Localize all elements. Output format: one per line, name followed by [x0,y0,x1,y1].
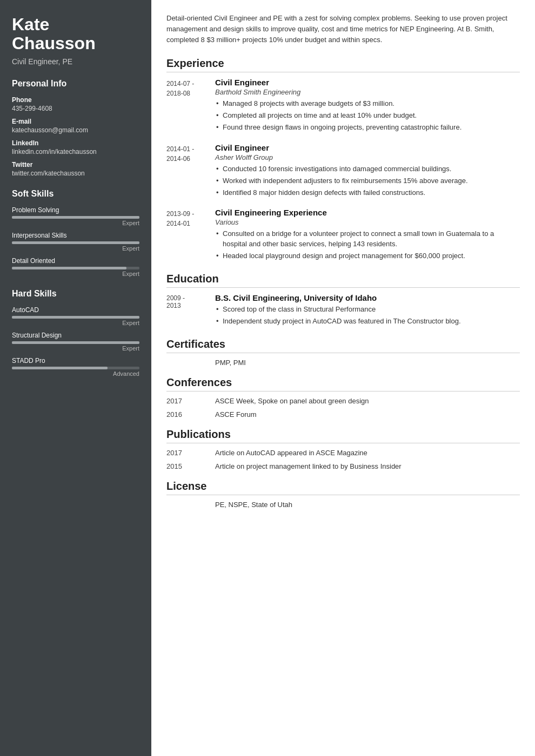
personal-info-heading: Personal Info [12,79,139,89]
pub-value: Article on project management linked to … [215,462,520,470]
experience-section: Experience 2014-07 - 2018-08Civil Engine… [166,57,520,263]
skill-bar-fill [12,341,139,344]
experience-list: 2014-07 - 2018-08Civil EngineerBarthold … [166,78,520,263]
edu-content: B.S. Civil Engineering, University of Id… [215,293,520,328]
conf-date: 2016 [166,410,215,418]
candidate-name: KateChausson [12,15,139,53]
edu-bullets: Scored top of the class in Structural Pe… [215,305,520,327]
edu-bullet: Scored top of the class in Structural Pe… [215,305,520,315]
skill-level: Advanced [12,370,139,377]
exp-bullet: Managed 8 projects with average budgets … [215,99,520,109]
soft-skill-item: Detail OrientedExpert [12,257,139,277]
license-section: License PE, NSPE, State of Utah [166,480,520,509]
conf-value: ASCE Week, Spoke on panel about green de… [215,397,520,405]
experience-entry: 2013-09 - 2014-01Civil Engineering Exper… [166,208,520,263]
education-list: 2009 - 2013B.S. Civil Engineering, Unive… [166,293,520,328]
skill-name: Problem Solving [12,206,139,214]
certificate-entry: PMP, PMI [166,359,520,367]
exp-date: 2014-01 - 2014-06 [166,143,215,200]
email-label: E-mail [12,118,139,125]
skill-level: Expert [12,271,139,277]
exp-bullet: Found three design flaws in ongoing proj… [215,123,520,133]
conferences-section: Conferences 2017ASCE Week, Spoke on pane… [166,376,520,418]
license-heading: License [166,480,520,495]
skill-level: Expert [12,245,139,252]
exp-bullet: Consulted on a bridge for a volunteer pr… [215,229,520,249]
exp-company: Asher Wolff Group [215,153,520,161]
skill-name: STADD Pro [12,357,139,364]
publications-section: Publications 2017Article on AutoCAD appe… [166,428,520,470]
hard-skills-heading: Hard Skills [12,289,139,299]
sidebar: KateChausson Civil Engineer, PE Personal… [0,0,151,756]
exp-job-title: Civil Engineering Experience [215,208,520,217]
experience-entry: 2014-01 - 2014-06Civil EngineerAsher Wol… [166,143,520,200]
skill-bar-bg [12,216,139,219]
skill-bar-bg [12,367,139,369]
hard-skills-list: AutoCADExpertStructural DesignExpertSTAD… [12,306,139,377]
hard-skill-item: AutoCADExpert [12,306,139,326]
certificates-section: Certificates PMP, PMI [166,338,520,367]
conferences-heading: Conferences [166,376,520,392]
certificates-list: PMP, PMI [166,359,520,367]
cert-date [166,359,215,367]
skill-name: Detail Oriented [12,257,139,265]
phone-value: 435-299-4608 [12,105,139,112]
skill-level: Expert [12,345,139,352]
pub-date: 2015 [166,462,215,470]
exp-bullet: Identified 8 major hidden design defects… [215,188,520,198]
soft-skill-item: Problem SolvingExpert [12,206,139,226]
skill-bar-fill [12,267,126,269]
linkedin-value: linkedin.com/in/katechausson [12,148,139,156]
skill-bar-bg [12,316,139,319]
soft-skill-item: Interpersonal SkillsExpert [12,232,139,252]
certificates-heading: Certificates [166,338,520,353]
soft-skills-heading: Soft Skills [12,189,139,199]
exp-date: 2014-07 - 2018-08 [166,78,215,134]
skill-level: Expert [12,220,139,226]
license-entry: PE, NSPE, State of Utah [166,501,520,509]
lic-date [166,501,215,509]
conference-entry: 2016ASCE Forum [166,410,520,418]
skill-bar-bg [12,267,139,269]
hard-skill-item: Structural DesignExpert [12,332,139,352]
pub-value: Article on AutoCAD appeared in ASCE Maga… [215,449,520,457]
lic-value: PE, NSPE, State of Utah [215,501,292,509]
exp-content: Civil EngineerBarthold Smith Engineering… [215,78,520,134]
exp-bullet: Completed all projects on time and at le… [215,111,520,121]
twitter-label: Twitter [12,161,139,168]
license-list: PE, NSPE, State of Utah [166,501,520,509]
skill-bar-bg [12,341,139,344]
skill-bar-fill [12,241,139,244]
summary-text: Detail-oriented Civil Engineer and PE wi… [166,13,520,48]
pub-date: 2017 [166,449,215,457]
exp-job-title: Civil Engineer [215,78,520,87]
skill-level: Expert [12,320,139,326]
exp-bullets: Consulted on a bridge for a volunteer pr… [215,229,520,261]
skill-name: Structural Design [12,332,139,339]
linkedin-label: LinkedIn [12,139,139,147]
edu-date: 2009 - 2013 [166,293,215,328]
hard-skill-item: STADD ProAdvanced [12,357,139,377]
exp-bullet: Worked with independent adjusters to fix… [215,176,520,186]
experience-entry: 2014-07 - 2018-08Civil EngineerBarthold … [166,78,520,134]
exp-content: Civil Engineering ExperienceVariousConsu… [215,208,520,263]
publication-entry: 2015Article on project management linked… [166,462,520,470]
conf-date: 2017 [166,397,215,405]
exp-bullet: Conducted 10 forensic investigations int… [215,164,520,174]
skill-name: AutoCAD [12,306,139,314]
experience-heading: Experience [166,57,520,72]
skill-bar-fill [12,216,139,219]
cert-value: PMP, PMI [215,359,246,367]
exp-bullets: Managed 8 projects with average budgets … [215,99,520,133]
publication-entry: 2017Article on AutoCAD appeared in ASCE … [166,449,520,457]
exp-bullet: Headed local playground design and proje… [215,251,520,261]
exp-company: Various [215,218,520,226]
phone-label: Phone [12,96,139,104]
edu-degree: B.S. Civil Engineering, University of Id… [215,293,520,302]
publications-list: 2017Article on AutoCAD appeared in ASCE … [166,449,520,470]
education-heading: Education [166,273,520,288]
candidate-title: Civil Engineer, PE [12,57,139,66]
education-entry: 2009 - 2013B.S. Civil Engineering, Unive… [166,293,520,328]
exp-bullets: Conducted 10 forensic investigations int… [215,164,520,198]
exp-company: Barthold Smith Engineering [215,88,520,96]
